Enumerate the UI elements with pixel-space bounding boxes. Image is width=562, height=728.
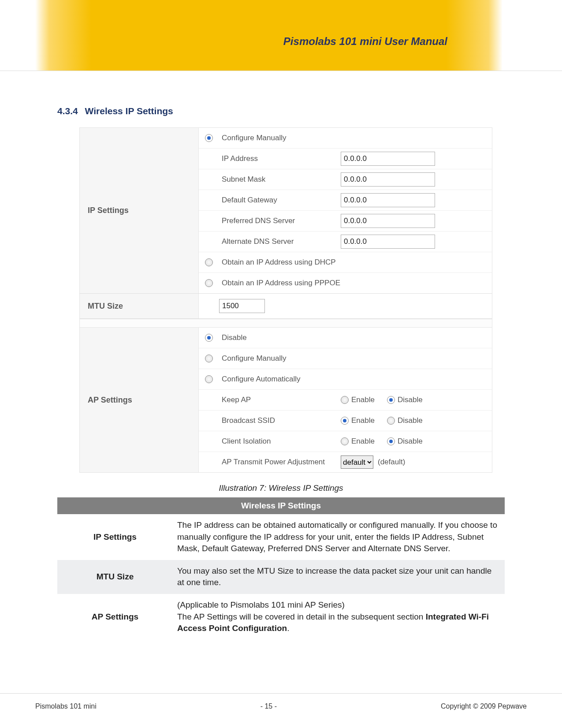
section-title: Wireless IP Settings <box>85 106 173 116</box>
ap-auto-label: Configure Automatically <box>219 375 341 384</box>
description-table: Wireless IP Settings IP Settings The IP … <box>57 497 505 640</box>
configure-manually-label: Configure Manually <box>219 134 341 142</box>
illustration-caption: Illustration 7: Wireless IP Settings <box>57 483 505 493</box>
desc-ip-label: IP Settings <box>57 514 173 560</box>
desc-mtu-text: You may also set the MTU Size to increas… <box>173 560 505 594</box>
ap-manual-label: Configure Manually <box>219 354 341 363</box>
desc-mtu-label: MTU Size <box>57 560 173 594</box>
alternate-dns-label: Alternate DNS Server <box>219 237 341 246</box>
enable-label: Enable <box>351 396 375 404</box>
header-banner: Pismolabs 101 mini User Manual <box>0 0 562 71</box>
desc-ap-text-1: (Applicable to Pismolabs 101 mini AP Ser… <box>177 600 345 609</box>
radio-keep-ap-enable[interactable] <box>341 396 349 404</box>
disable-label-3: Disable <box>398 437 423 446</box>
radio-broadcast-enable[interactable] <box>341 417 349 425</box>
ap-tx-hint: (default) <box>378 458 405 467</box>
subnet-mask-input[interactable] <box>341 172 435 187</box>
client-isolation-label: Client Isolation <box>219 437 341 446</box>
obtain-pppoe-label: Obtain an IP Address using PPPOE <box>219 279 340 287</box>
mtu-input[interactable] <box>219 299 265 313</box>
radio-ap-auto[interactable] <box>205 375 213 383</box>
desc-ap-label: AP Settings <box>57 594 173 640</box>
radio-ap-manual[interactable] <box>205 355 213 362</box>
desc-ap-text-2a: The AP Settings will be covered in detai… <box>177 612 426 621</box>
radio-obtain-pppoe[interactable] <box>205 279 213 287</box>
ap-tx-select[interactable]: default <box>341 455 373 469</box>
ip-address-input[interactable] <box>341 152 435 166</box>
disable-label: Disable <box>398 396 423 404</box>
enable-label-3: Enable <box>351 437 375 446</box>
footer-left: Pismolabs 101 mini <box>35 702 97 710</box>
section-heading: 4.3.4 Wireless IP Settings <box>57 106 505 116</box>
ip-address-label: IP Address <box>219 154 341 163</box>
section-number: 4.3.4 <box>57 106 78 116</box>
settings-panel: IP Settings Configure Manually IP Addres… <box>79 127 492 473</box>
subnet-mask-label: Subnet Mask <box>219 175 341 184</box>
page-footer: Pismolabs 101 mini - 15 - Copyright © 20… <box>0 693 562 710</box>
desc-ap-text: (Applicable to Pismolabs 101 mini AP Ser… <box>173 594 505 640</box>
radio-obtain-dhcp[interactable] <box>205 258 213 266</box>
radio-ap-disable[interactable] <box>205 334 213 342</box>
section-gap <box>80 319 492 328</box>
broadcast-ssid-label: Broadcast SSID <box>219 416 341 425</box>
default-gateway-input[interactable] <box>341 193 435 207</box>
disable-label-2: Disable <box>398 416 423 425</box>
radio-broadcast-disable[interactable] <box>387 417 395 425</box>
ap-disable-label: Disable <box>219 333 341 342</box>
radio-clientiso-enable[interactable] <box>341 437 349 445</box>
description-header: Wireless IP Settings <box>57 497 505 514</box>
ip-settings-label: IP Settings <box>80 128 199 293</box>
radio-keep-ap-disable[interactable] <box>387 396 395 404</box>
enable-label-2: Enable <box>351 416 375 425</box>
ap-tx-label: AP Transmit Power Adjustment <box>219 458 341 467</box>
preferred-dns-input[interactable] <box>341 214 435 228</box>
keep-ap-label: Keep AP <box>219 396 341 404</box>
obtain-dhcp-label: Obtain an IP Address using DHCP <box>219 258 336 267</box>
document-title: Pismolabs 101 mini User Manual <box>283 35 447 48</box>
ap-settings-label: AP Settings <box>80 328 199 472</box>
radio-clientiso-disable[interactable] <box>387 437 395 445</box>
footer-center: - 15 - <box>261 702 277 710</box>
desc-ip-text: The IP address can be obtained automatic… <box>173 514 505 560</box>
preferred-dns-label: Preferred DNS Server <box>219 217 341 225</box>
desc-ap-text-2c: . <box>287 623 289 633</box>
footer-right: Copyright © 2009 Pepwave <box>441 702 527 710</box>
alternate-dns-input[interactable] <box>341 235 435 249</box>
mtu-size-label: MTU Size <box>80 294 199 318</box>
default-gateway-label: Default Gateway <box>219 196 341 205</box>
radio-configure-manually[interactable] <box>205 134 213 142</box>
